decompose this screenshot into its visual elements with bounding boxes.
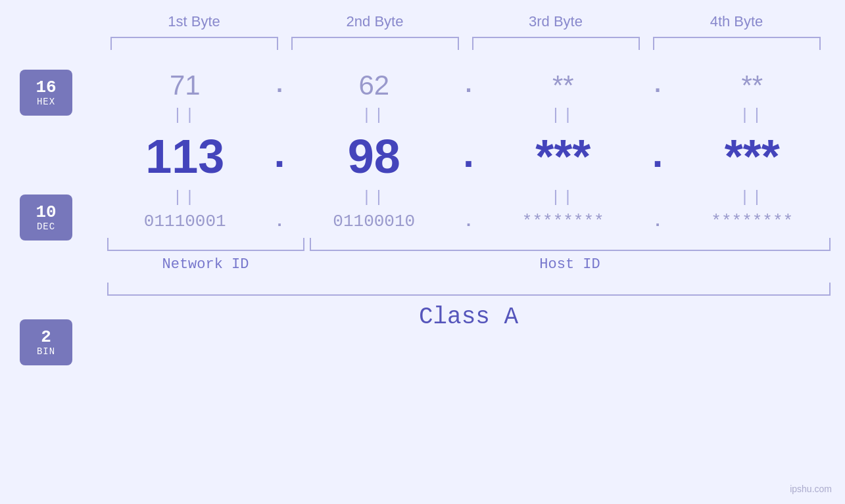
dec-values-row: 113 . 98 . *** . *** bbox=[107, 129, 831, 183]
dec-byte1-value: 113 bbox=[145, 129, 224, 183]
values-column: 71 . 62 . ** . ** || || bbox=[92, 70, 845, 365]
dec-byte4-cell: *** bbox=[674, 129, 831, 183]
bin-byte3-value: ******** bbox=[522, 212, 604, 231]
hex-badge: 16 HEX bbox=[20, 70, 72, 116]
dec-byte1-cell: 113 bbox=[107, 129, 264, 183]
full-bracket bbox=[107, 283, 831, 296]
equals-2-b3: || bbox=[485, 189, 642, 206]
bin-badge: 2 BIN bbox=[20, 319, 72, 365]
hex-number: 16 bbox=[36, 78, 56, 97]
hex-byte1-cell: 71 bbox=[107, 70, 264, 101]
hex-byte2-value: 62 bbox=[358, 70, 389, 101]
byte1-header: 1st Byte bbox=[104, 13, 285, 30]
labels-column: 16 HEX 10 DEC 2 BIN bbox=[0, 70, 92, 365]
bin-byte1-cell: 01110001 bbox=[107, 212, 264, 231]
dec-byte3-value: *** bbox=[535, 129, 591, 183]
hex-byte1-value: 71 bbox=[170, 70, 201, 101]
bracket-byte4 bbox=[653, 37, 821, 50]
hex-values-row: 71 . 62 . ** . ** bbox=[107, 70, 831, 101]
dec-name: DEC bbox=[37, 221, 55, 232]
network-id-bracket bbox=[107, 238, 304, 251]
byte-headers: 1st Byte 2nd Byte 3rd Byte 4th Byte bbox=[104, 13, 827, 30]
equals-row-2: || || || || bbox=[107, 189, 831, 206]
equals-2-b1: || bbox=[107, 189, 264, 206]
equals-1-b3: || bbox=[485, 106, 642, 124]
bin-byte4-value: ******** bbox=[711, 212, 793, 231]
hex-byte4-cell: ** bbox=[674, 70, 831, 101]
dec-dot2: . bbox=[452, 134, 485, 179]
hex-byte4-value: ** bbox=[741, 70, 763, 101]
hex-dot2: . bbox=[452, 72, 485, 99]
main-container: 1st Byte 2nd Byte 3rd Byte 4th Byte 16 H… bbox=[0, 0, 845, 504]
host-id-bracket bbox=[310, 238, 831, 251]
content-area: 16 HEX 10 DEC 2 BIN 71 . bbox=[0, 70, 845, 365]
top-brackets bbox=[104, 37, 827, 50]
bin-byte4-cell: ******** bbox=[674, 212, 831, 231]
dec-byte4-value: *** bbox=[725, 129, 780, 183]
bin-byte2-value: 01100010 bbox=[333, 212, 415, 231]
dec-dot3: . bbox=[641, 134, 674, 179]
dec-number: 10 bbox=[36, 203, 56, 222]
byte3-header: 3rd Byte bbox=[466, 13, 646, 30]
hex-byte3-value: ** bbox=[552, 70, 574, 101]
bin-name: BIN bbox=[37, 346, 55, 357]
bin-byte3-cell: ******** bbox=[485, 212, 642, 231]
network-id-label: Network ID bbox=[107, 256, 304, 273]
dec-byte2-cell: 98 bbox=[296, 129, 452, 183]
bottom-brackets-container bbox=[107, 238, 831, 251]
full-bracket-container bbox=[107, 283, 831, 296]
dec-dot1: . bbox=[263, 134, 296, 179]
dec-badge: 10 DEC bbox=[20, 195, 72, 241]
bin-number: 2 bbox=[41, 328, 51, 347]
equals-1-b4: || bbox=[674, 106, 831, 124]
bracket-byte2 bbox=[291, 37, 459, 50]
byte4-header: 4th Byte bbox=[646, 13, 827, 30]
bracket-byte3 bbox=[472, 37, 640, 50]
bin-byte1-value: 01110001 bbox=[144, 212, 226, 231]
equals-1-b2: || bbox=[296, 106, 452, 124]
hex-dot1: . bbox=[263, 72, 296, 99]
byte2-header: 2nd Byte bbox=[285, 13, 466, 30]
bracket-byte1 bbox=[110, 37, 278, 50]
dec-byte2-value: 98 bbox=[348, 129, 400, 183]
equals-row-1: || || || || bbox=[107, 106, 831, 124]
equals-1-b1: || bbox=[107, 106, 264, 124]
equals-2-b4: || bbox=[674, 189, 831, 206]
bin-byte2-cell: 01100010 bbox=[296, 212, 452, 231]
watermark: ipshu.com bbox=[790, 484, 832, 494]
bin-dot2: . bbox=[452, 212, 485, 231]
hex-dot3: . bbox=[641, 72, 674, 99]
id-labels-row: Network ID Host ID bbox=[107, 256, 831, 273]
hex-byte3-cell: ** bbox=[485, 70, 642, 101]
hex-byte2-cell: 62 bbox=[296, 70, 452, 101]
bin-dot3: . bbox=[641, 212, 674, 231]
class-label: Class A bbox=[419, 304, 518, 331]
bin-values-row: 01110001 . 01100010 . ******** . *******… bbox=[107, 212, 831, 231]
host-id-label: Host ID bbox=[310, 256, 831, 273]
bin-dot1: . bbox=[263, 212, 296, 231]
equals-2-b2: || bbox=[296, 189, 452, 206]
hex-name: HEX bbox=[37, 97, 55, 107]
dec-byte3-cell: *** bbox=[485, 129, 642, 183]
